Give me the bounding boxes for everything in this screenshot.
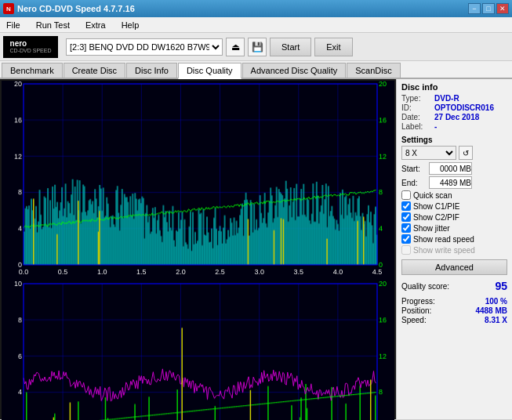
app-icon: N xyxy=(3,3,14,14)
date-label: Date: xyxy=(401,113,434,121)
label-value: - xyxy=(434,122,437,131)
disc-date-row: Date: 27 Dec 2018 xyxy=(401,113,507,121)
start-input[interactable] xyxy=(429,162,472,175)
end-label: End: xyxy=(401,179,429,187)
id-value: OPTODISCR016 xyxy=(434,103,494,112)
window-controls: − □ ✕ xyxy=(468,3,509,14)
disc-id-row: ID: OPTODISCR016 xyxy=(401,103,507,112)
advanced-button[interactable]: Advanced xyxy=(401,259,507,275)
show-write-speed-row[interactable]: Show write speed xyxy=(401,245,507,255)
maximize-button[interactable]: □ xyxy=(482,3,495,14)
close-button[interactable]: ✕ xyxy=(496,3,509,14)
tab-bar: Benchmark Create Disc Disc Info Disc Qua… xyxy=(0,61,512,79)
date-value: 27 Dec 2018 xyxy=(434,113,479,121)
show-read-speed-label: Show read speed xyxy=(413,235,474,244)
speed-icon[interactable]: ↺ xyxy=(459,146,473,160)
show-read-speed-checkbox[interactable] xyxy=(401,234,411,244)
show-jitter-label: Show jitter xyxy=(413,224,450,233)
show-c1pie-row[interactable]: Show C1/PIE xyxy=(401,201,507,211)
progress-value: 100 % xyxy=(485,297,507,306)
show-c2pif-checkbox[interactable] xyxy=(401,212,411,222)
type-label: Type: xyxy=(401,94,434,103)
tab-benchmark[interactable]: Benchmark xyxy=(2,63,63,78)
drive-select[interactable]: [2:3] BENQ DVD DD DW1620 B7W9 xyxy=(66,38,223,56)
exit-button[interactable]: Exit xyxy=(314,38,352,56)
speed-row-progress: Speed: 8.31 X xyxy=(401,316,507,324)
position-value: 4488 MB xyxy=(475,306,507,315)
type-value: DVD-R xyxy=(434,94,459,103)
tab-create-disc[interactable]: Create Disc xyxy=(64,63,125,78)
end-input[interactable] xyxy=(429,176,472,189)
end-row: End: xyxy=(401,176,507,189)
quality-score-value: 95 xyxy=(495,280,507,292)
disc-label-row: Label: - xyxy=(401,122,507,131)
save-icon[interactable]: 💾 xyxy=(248,38,267,56)
position-label: Position: xyxy=(401,306,431,315)
disc-type-row: Type: DVD-R xyxy=(401,94,507,103)
settings-title: Settings xyxy=(401,136,507,144)
minimize-button[interactable]: − xyxy=(468,3,481,14)
quick-scan-label: Quick scan xyxy=(413,191,452,200)
show-c2pif-row[interactable]: Show C2/PIF xyxy=(401,212,507,222)
show-read-speed-row[interactable]: Show read speed xyxy=(401,234,507,244)
menu-file[interactable]: File xyxy=(3,20,24,31)
disc-info-title: Disc info xyxy=(401,82,507,92)
nero-logo: nero CD-DVD SPEED xyxy=(3,36,58,58)
quality-score-row: Quality score: 95 xyxy=(401,280,507,292)
menu-help[interactable]: Help xyxy=(118,20,143,31)
tab-disc-info[interactable]: Disc Info xyxy=(126,63,177,78)
speed-label: Speed: xyxy=(401,316,427,324)
id-label: ID: xyxy=(401,103,434,112)
eject-icon[interactable]: ⏏ xyxy=(226,38,245,56)
speed-row: 8 X ↺ xyxy=(401,146,507,160)
tab-advanced-disc-quality[interactable]: Advanced Disc Quality xyxy=(242,63,347,78)
progress-label: Progress: xyxy=(401,297,435,306)
tab-disc-quality[interactable]: Disc Quality xyxy=(178,63,241,79)
start-row: Start: xyxy=(401,162,507,175)
show-c1pie-checkbox[interactable] xyxy=(401,201,411,211)
toolbar: nero CD-DVD SPEED [2:3] BENQ DVD DD DW16… xyxy=(0,33,512,61)
show-write-speed-checkbox[interactable] xyxy=(401,245,411,255)
quick-scan-row[interactable]: Quick scan xyxy=(401,190,507,200)
show-jitter-checkbox[interactable] xyxy=(401,223,411,233)
show-c2pif-label: Show C2/PIF xyxy=(413,213,459,222)
chart-area xyxy=(0,79,396,419)
progress-section: Progress: 100 % Position: 4488 MB Speed:… xyxy=(401,297,507,324)
main-content: Disc info Type: DVD-R ID: OPTODISCR016 D… xyxy=(0,79,512,419)
menu-extra[interactable]: Extra xyxy=(82,20,109,31)
chart-bottom xyxy=(2,281,394,420)
menu-bar: File Run Test Extra Help xyxy=(0,17,512,33)
quality-score-label: Quality score: xyxy=(401,282,449,291)
quick-scan-checkbox[interactable] xyxy=(401,190,411,200)
show-c1pie-label: Show C1/PIE xyxy=(413,202,459,211)
position-row: Position: 4488 MB xyxy=(401,306,507,315)
app-title: Nero CD-DVD Speed 4.7.7.16 xyxy=(17,4,135,13)
speed-value: 8.31 X xyxy=(485,316,507,324)
show-jitter-row[interactable]: Show jitter xyxy=(401,223,507,233)
speed-select[interactable]: 8 X xyxy=(401,146,456,160)
title-bar: N Nero CD-DVD Speed 4.7.7.16 − □ ✕ xyxy=(0,0,512,17)
chart-top xyxy=(2,81,394,281)
label-label: Label: xyxy=(401,122,434,131)
start-button[interactable]: Start xyxy=(270,38,311,56)
show-write-speed-label: Show write speed xyxy=(413,246,475,255)
menu-run-test[interactable]: Run Test xyxy=(33,20,73,31)
right-panel: Disc info Type: DVD-R ID: OPTODISCR016 D… xyxy=(396,79,512,419)
progress-row: Progress: 100 % xyxy=(401,297,507,306)
tab-scan-disc[interactable]: ScanDisc xyxy=(347,63,400,78)
start-label: Start: xyxy=(401,165,429,173)
